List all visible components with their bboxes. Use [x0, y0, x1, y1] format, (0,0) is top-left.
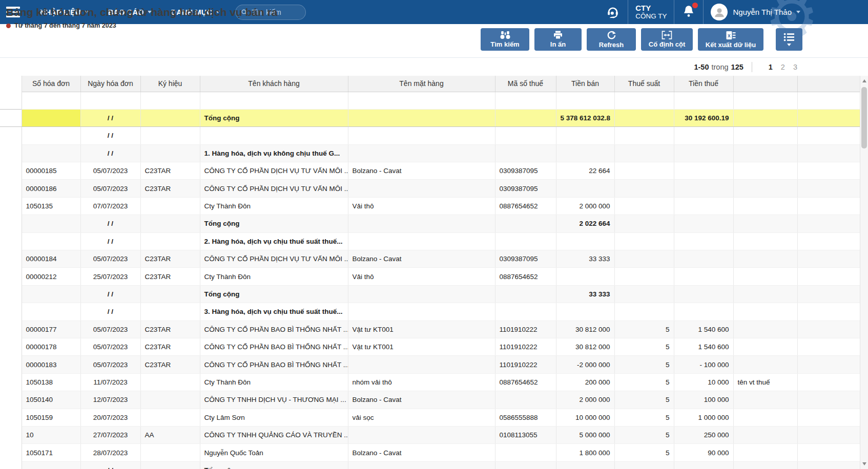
scrollbar-thumb[interactable] [861, 87, 867, 148]
cell-ky-hieu[interactable] [140, 444, 200, 461]
cell-thue-suat[interactable]: 5 [614, 426, 674, 443]
cell-so-hoa-don[interactable] [22, 144, 80, 162]
cell-ngay-hoa-don[interactable]: 05/07/2023 [80, 338, 140, 355]
cell-extra[interactable] [733, 409, 797, 426]
cell-tien-thue[interactable] [674, 268, 733, 285]
cell-ky-hieu[interactable]: C23TAR [140, 162, 200, 180]
cell-extra[interactable] [733, 197, 797, 215]
cell-thue-suat[interactable] [614, 92, 674, 109]
cell-thue-suat[interactable]: 5 [614, 321, 674, 338]
cell-ten-khach-hang[interactable]: Tổng cộng [200, 109, 348, 126]
cell-tien-ban[interactable]: 2 000 000 [556, 391, 614, 409]
cell-ky-hieu[interactable] [140, 232, 200, 250]
cell-ky-hieu[interactable] [140, 391, 200, 409]
cell-ma-so-thue[interactable]: 0887654652 [495, 268, 556, 285]
cell-extra[interactable] [733, 162, 797, 180]
cell-tien-thue[interactable] [674, 303, 733, 321]
cell-ngay-hoa-don[interactable]: 25/07/2023 [80, 268, 140, 285]
cell-tien-ban[interactable] [556, 303, 614, 321]
cell-ten-mat-hang[interactable]: vải sọc [348, 409, 495, 426]
cell-extra[interactable] [733, 92, 797, 109]
cell-so-hoa-don[interactable]: 10 [22, 426, 80, 443]
cell-so-hoa-don[interactable]: 00000177 [22, 321, 80, 338]
cell-thue-suat[interactable] [614, 109, 674, 126]
cell-thue-suat[interactable] [614, 197, 674, 215]
cell-ma-so-thue[interactable] [495, 444, 556, 461]
cell-ky-hieu[interactable] [140, 373, 200, 391]
cell-tien-ban[interactable] [556, 127, 614, 144]
cell-so-hoa-don[interactable]: 00000185 [22, 162, 80, 180]
cell-tien-ban[interactable]: 33 333 [556, 285, 614, 303]
cell-ma-so-thue[interactable]: 1101910222 [495, 338, 556, 355]
cell-ten-khach-hang[interactable]: Cty Lâm Sơn [200, 409, 348, 426]
cell-ky-hieu[interactable]: C23TAR [140, 321, 200, 338]
cell-tien-thue[interactable]: 90 000 [674, 444, 733, 461]
cell-ten-mat-hang[interactable]: Vải thô [348, 197, 495, 215]
cell-extra[interactable] [733, 109, 797, 126]
cell-ten-mat-hang[interactable] [348, 144, 495, 162]
cell-tien-ban[interactable]: 5 378 612 032.8 [556, 109, 614, 126]
cell-tien-thue[interactable] [674, 250, 733, 268]
cell-extra[interactable] [733, 338, 797, 355]
cell-ten-mat-hang[interactable]: Bolzano - Cavat [348, 250, 495, 268]
cell-ky-hieu[interactable]: C23TAR [140, 180, 200, 197]
cell-so-hoa-don[interactable] [22, 303, 80, 321]
cell-ky-hieu[interactable] [140, 127, 200, 144]
cell-ten-mat-hang[interactable] [348, 215, 495, 232]
cell-ma-so-thue[interactable] [495, 127, 556, 144]
freeze-columns-button[interactable]: Cố định cột [641, 28, 693, 51]
cell-tien-thue[interactable] [674, 92, 733, 109]
cell-tien-thue[interactable]: - 100 000 [674, 356, 733, 373]
cell-tien-thue[interactable]: 250 000 [674, 426, 733, 443]
cell-ngay-hoa-don[interactable]: / / [80, 127, 140, 144]
cell-ten-mat-hang[interactable]: Vật tư KT001 [348, 338, 495, 355]
cell-so-hoa-don[interactable]: 00000178 [22, 338, 80, 355]
company-switcher[interactable]: CTY CÔNG TY [635, 4, 667, 20]
cell-tien-thue[interactable]: 1 540 600 [674, 321, 733, 338]
cell-tien-thue[interactable]: 1 540 600 [674, 338, 733, 355]
cell-ky-hieu[interactable] [140, 215, 200, 232]
cell-ten-khach-hang[interactable]: 1. Hàng hóa, dịch vụ không chịu thuế G..… [200, 144, 348, 162]
cell-ma-so-thue[interactable] [495, 391, 556, 409]
avatar[interactable] [711, 4, 728, 20]
cell-ma-so-thue[interactable] [495, 303, 556, 321]
cell-tien-ban[interactable] [556, 461, 614, 469]
cell-thue-suat[interactable] [614, 268, 674, 285]
cell-ten-mat-hang[interactable] [348, 303, 495, 321]
cell-ma-so-thue[interactable] [495, 215, 556, 232]
cell-thue-suat[interactable] [614, 180, 674, 197]
cell-tien-ban[interactable]: 5 000 000 [556, 426, 614, 443]
cell-ngay-hoa-don[interactable]: / / [80, 303, 140, 321]
cell-thue-suat[interactable] [614, 162, 674, 180]
cell-so-hoa-don[interactable]: 1050171 [22, 444, 80, 461]
cell-thue-suat[interactable]: 5 [614, 373, 674, 391]
cell-ten-mat-hang[interactable]: Vải thô [348, 268, 495, 285]
cell-thue-suat[interactable] [614, 285, 674, 303]
cell-ngay-hoa-don[interactable]: / / [80, 109, 140, 126]
cell-tien-ban[interactable]: -2 000 000 [556, 356, 614, 373]
cell-ngay-hoa-don[interactable]: / / [80, 215, 140, 232]
cell-tien-thue[interactable]: 30 192 600.19 [674, 109, 733, 126]
column-header-ngay-hoa-don[interactable]: Ngày hóa đơn [80, 76, 140, 92]
cell-ngay-hoa-don[interactable]: 28/07/2023 [80, 444, 140, 461]
cell-ky-hieu[interactable] [140, 409, 200, 426]
cell-so-hoa-don[interactable] [22, 215, 80, 232]
cell-tien-thue[interactable] [674, 232, 733, 250]
scroll-up-icon[interactable] [862, 79, 866, 82]
cell-thue-suat[interactable] [614, 461, 674, 469]
column-header-so-hoa-don[interactable]: Số hóa đơn [22, 76, 80, 92]
cell-tien-thue[interactable] [674, 144, 733, 162]
cell-so-hoa-don[interactable]: 00000184 [22, 250, 80, 268]
grid-options-button[interactable] [776, 28, 802, 51]
cell-ten-mat-hang[interactable]: nhóm vải thô [348, 373, 495, 391]
cell-ten-khach-hang[interactable]: CÔNG TY CỔ PHẦN BAO BÌ THỐNG NHẤT ... [200, 356, 348, 373]
cell-extra[interactable] [733, 303, 797, 321]
cell-ten-mat-hang[interactable]: Vật tư KT001 [348, 321, 495, 338]
cell-ten-mat-hang[interactable]: Bolzano - Cavat [348, 444, 495, 461]
cell-tien-ban[interactable]: 2 000 000 [556, 197, 614, 215]
cell-extra[interactable] [733, 444, 797, 461]
cell-extra[interactable]: tên vt thuế [733, 373, 797, 391]
cell-ngay-hoa-don[interactable]: 05/07/2023 [80, 250, 140, 268]
cell-ma-so-thue[interactable]: 1101910222 [495, 321, 556, 338]
cell-ten-khach-hang[interactable]: CÔNG TY TNHH QUẢNG CÁO VÀ TRUYỀN ... [200, 426, 348, 443]
